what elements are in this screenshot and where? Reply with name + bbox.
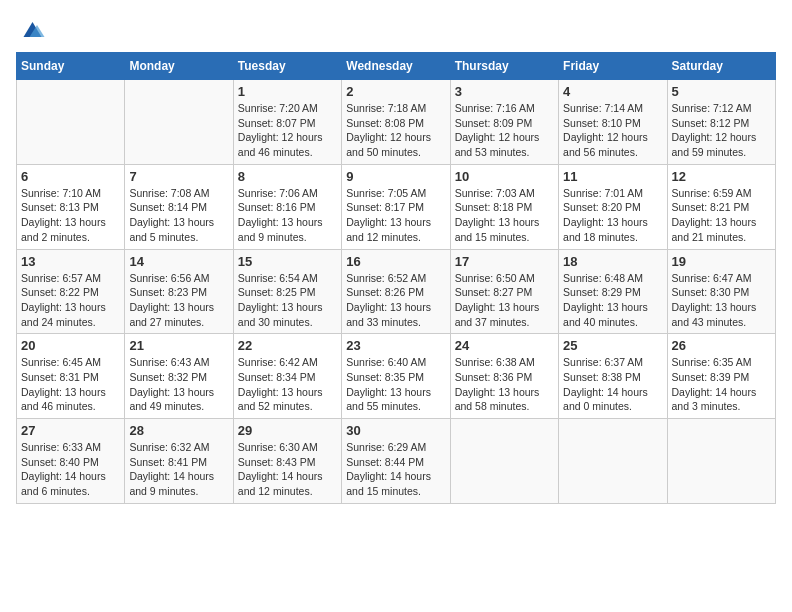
cell-line: Sunset: 8:43 PM bbox=[238, 456, 316, 468]
cell-line: Sunset: 8:26 PM bbox=[346, 286, 424, 298]
day-number: 25 bbox=[563, 338, 662, 353]
cell-content: Sunrise: 6:35 AMSunset: 8:39 PMDaylight:… bbox=[672, 355, 771, 414]
cell-content: Sunrise: 6:43 AMSunset: 8:32 PMDaylight:… bbox=[129, 355, 228, 414]
cell-content: Sunrise: 6:29 AMSunset: 8:44 PMDaylight:… bbox=[346, 440, 445, 499]
cell-line: Sunset: 8:23 PM bbox=[129, 286, 207, 298]
cell-line: Sunrise: 6:56 AM bbox=[129, 272, 209, 284]
cell-line: Sunset: 8:41 PM bbox=[129, 456, 207, 468]
cell-line: Sunrise: 7:03 AM bbox=[455, 187, 535, 199]
day-number: 21 bbox=[129, 338, 228, 353]
cell-line: Daylight: 13 hours and 33 minutes. bbox=[346, 301, 431, 328]
cell-line: Sunset: 8:34 PM bbox=[238, 371, 316, 383]
cell-line: Sunrise: 7:06 AM bbox=[238, 187, 318, 199]
cell-line: Sunset: 8:07 PM bbox=[238, 117, 316, 129]
day-number: 18 bbox=[563, 254, 662, 269]
page-header bbox=[16, 16, 776, 40]
calendar-cell: 22Sunrise: 6:42 AMSunset: 8:34 PMDayligh… bbox=[233, 334, 341, 419]
cell-content: Sunrise: 6:37 AMSunset: 8:38 PMDaylight:… bbox=[563, 355, 662, 414]
day-number: 9 bbox=[346, 169, 445, 184]
cell-line: Sunset: 8:22 PM bbox=[21, 286, 99, 298]
calendar-week-1: 1Sunrise: 7:20 AMSunset: 8:07 PMDaylight… bbox=[17, 80, 776, 165]
calendar-cell: 8Sunrise: 7:06 AMSunset: 8:16 PMDaylight… bbox=[233, 164, 341, 249]
calendar-cell: 14Sunrise: 6:56 AMSunset: 8:23 PMDayligh… bbox=[125, 249, 233, 334]
calendar-cell bbox=[450, 419, 558, 504]
cell-line: Daylight: 14 hours and 6 minutes. bbox=[21, 470, 106, 497]
cell-line: Sunrise: 7:20 AM bbox=[238, 102, 318, 114]
cell-line: Sunrise: 6:35 AM bbox=[672, 356, 752, 368]
cell-line: Sunset: 8:21 PM bbox=[672, 201, 750, 213]
column-header-saturday: Saturday bbox=[667, 53, 775, 80]
calendar-week-5: 27Sunrise: 6:33 AMSunset: 8:40 PMDayligh… bbox=[17, 419, 776, 504]
day-number: 2 bbox=[346, 84, 445, 99]
cell-content: Sunrise: 7:20 AMSunset: 8:07 PMDaylight:… bbox=[238, 101, 337, 160]
day-number: 29 bbox=[238, 423, 337, 438]
day-number: 4 bbox=[563, 84, 662, 99]
day-number: 10 bbox=[455, 169, 554, 184]
cell-line: Sunrise: 6:45 AM bbox=[21, 356, 101, 368]
calendar-body: 1Sunrise: 7:20 AMSunset: 8:07 PMDaylight… bbox=[17, 80, 776, 504]
calendar-cell: 18Sunrise: 6:48 AMSunset: 8:29 PMDayligh… bbox=[559, 249, 667, 334]
cell-line: Sunrise: 6:33 AM bbox=[21, 441, 101, 453]
calendar-cell: 24Sunrise: 6:38 AMSunset: 8:36 PMDayligh… bbox=[450, 334, 558, 419]
cell-line: Sunrise: 7:16 AM bbox=[455, 102, 535, 114]
calendar-cell: 6Sunrise: 7:10 AMSunset: 8:13 PMDaylight… bbox=[17, 164, 125, 249]
calendar-cell: 12Sunrise: 6:59 AMSunset: 8:21 PMDayligh… bbox=[667, 164, 775, 249]
cell-line: Sunset: 8:14 PM bbox=[129, 201, 207, 213]
calendar-cell: 23Sunrise: 6:40 AMSunset: 8:35 PMDayligh… bbox=[342, 334, 450, 419]
cell-line: Sunrise: 6:52 AM bbox=[346, 272, 426, 284]
cell-content: Sunrise: 7:03 AMSunset: 8:18 PMDaylight:… bbox=[455, 186, 554, 245]
calendar-cell: 11Sunrise: 7:01 AMSunset: 8:20 PMDayligh… bbox=[559, 164, 667, 249]
cell-content: Sunrise: 7:12 AMSunset: 8:12 PMDaylight:… bbox=[672, 101, 771, 160]
calendar-cell bbox=[17, 80, 125, 165]
cell-line: Sunset: 8:10 PM bbox=[563, 117, 641, 129]
day-number: 1 bbox=[238, 84, 337, 99]
cell-line: Sunrise: 6:50 AM bbox=[455, 272, 535, 284]
cell-line: Daylight: 13 hours and 9 minutes. bbox=[238, 216, 323, 243]
day-number: 6 bbox=[21, 169, 120, 184]
day-number: 7 bbox=[129, 169, 228, 184]
cell-line: Sunset: 8:36 PM bbox=[455, 371, 533, 383]
logo bbox=[16, 16, 50, 40]
calendar-cell: 28Sunrise: 6:32 AMSunset: 8:41 PMDayligh… bbox=[125, 419, 233, 504]
calendar-cell: 29Sunrise: 6:30 AMSunset: 8:43 PMDayligh… bbox=[233, 419, 341, 504]
calendar-cell: 5Sunrise: 7:12 AMSunset: 8:12 PMDaylight… bbox=[667, 80, 775, 165]
cell-content: Sunrise: 7:01 AMSunset: 8:20 PMDaylight:… bbox=[563, 186, 662, 245]
cell-line: Daylight: 13 hours and 30 minutes. bbox=[238, 301, 323, 328]
column-header-friday: Friday bbox=[559, 53, 667, 80]
cell-line: Sunrise: 6:48 AM bbox=[563, 272, 643, 284]
cell-line: Sunset: 8:13 PM bbox=[21, 201, 99, 213]
day-number: 20 bbox=[21, 338, 120, 353]
cell-line: Sunrise: 7:18 AM bbox=[346, 102, 426, 114]
cell-line: Sunset: 8:17 PM bbox=[346, 201, 424, 213]
cell-line: Sunset: 8:38 PM bbox=[563, 371, 641, 383]
cell-content: Sunrise: 6:47 AMSunset: 8:30 PMDaylight:… bbox=[672, 271, 771, 330]
cell-line: Sunset: 8:32 PM bbox=[129, 371, 207, 383]
day-number: 13 bbox=[21, 254, 120, 269]
cell-line: Sunset: 8:31 PM bbox=[21, 371, 99, 383]
cell-line: Daylight: 13 hours and 18 minutes. bbox=[563, 216, 648, 243]
calendar-cell: 9Sunrise: 7:05 AMSunset: 8:17 PMDaylight… bbox=[342, 164, 450, 249]
day-number: 19 bbox=[672, 254, 771, 269]
cell-line: Sunrise: 6:43 AM bbox=[129, 356, 209, 368]
cell-content: Sunrise: 6:56 AMSunset: 8:23 PMDaylight:… bbox=[129, 271, 228, 330]
cell-line: Daylight: 14 hours and 3 minutes. bbox=[672, 386, 757, 413]
cell-line: Sunrise: 7:08 AM bbox=[129, 187, 209, 199]
cell-line: Sunset: 8:12 PM bbox=[672, 117, 750, 129]
cell-content: Sunrise: 6:50 AMSunset: 8:27 PMDaylight:… bbox=[455, 271, 554, 330]
day-number: 17 bbox=[455, 254, 554, 269]
cell-content: Sunrise: 6:45 AMSunset: 8:31 PMDaylight:… bbox=[21, 355, 120, 414]
cell-line: Sunrise: 7:14 AM bbox=[563, 102, 643, 114]
cell-line: Sunrise: 6:29 AM bbox=[346, 441, 426, 453]
day-number: 26 bbox=[672, 338, 771, 353]
day-number: 15 bbox=[238, 254, 337, 269]
calendar-cell: 19Sunrise: 6:47 AMSunset: 8:30 PMDayligh… bbox=[667, 249, 775, 334]
calendar-cell: 21Sunrise: 6:43 AMSunset: 8:32 PMDayligh… bbox=[125, 334, 233, 419]
calendar-cell: 4Sunrise: 7:14 AMSunset: 8:10 PMDaylight… bbox=[559, 80, 667, 165]
cell-content: Sunrise: 7:16 AMSunset: 8:09 PMDaylight:… bbox=[455, 101, 554, 160]
column-header-tuesday: Tuesday bbox=[233, 53, 341, 80]
cell-line: Sunrise: 6:37 AM bbox=[563, 356, 643, 368]
day-number: 30 bbox=[346, 423, 445, 438]
cell-line: Sunrise: 6:57 AM bbox=[21, 272, 101, 284]
cell-line: Sunrise: 6:54 AM bbox=[238, 272, 318, 284]
cell-line: Sunset: 8:40 PM bbox=[21, 456, 99, 468]
